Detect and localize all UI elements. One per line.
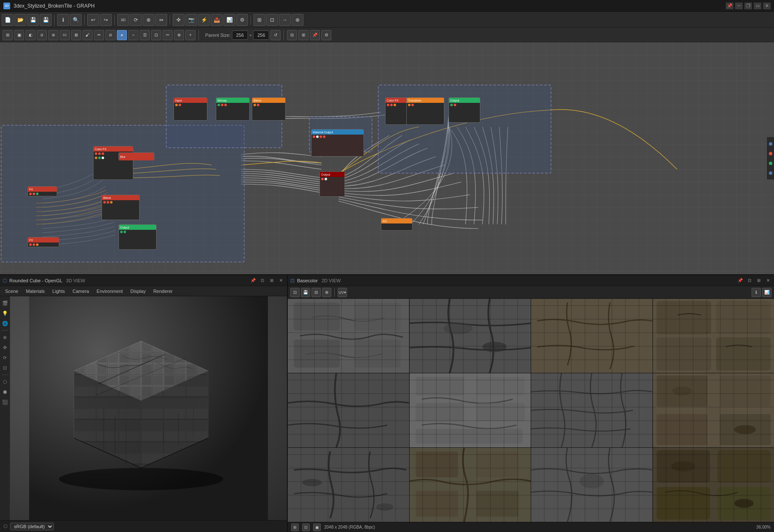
grid-button[interactable]: ⊞ (3, 30, 13, 40)
menu-scene[interactable]: Scene (2, 287, 22, 296)
search-button[interactable]: 🔍 (70, 14, 82, 26)
title-bar-controls[interactable]: 📌 ─ ❐ ▭ ✕ (726, 3, 771, 9)
node-cluster-left-3[interactable]: Output (118, 224, 157, 250)
alpha-button[interactable]: α (37, 30, 47, 40)
menu-lights[interactable]: Lights (49, 287, 68, 296)
transform2-button[interactable]: ⊛ (48, 30, 58, 40)
view3d-max[interactable]: ⊞ (268, 277, 275, 284)
v2d-stats-btn[interactable]: 📊 (762, 288, 771, 297)
width-input[interactable] (232, 30, 248, 40)
node2-button[interactable]: ○ (128, 30, 138, 40)
node-cluster-left-2[interactable]: Blend (102, 195, 140, 220)
v3d-light-btn[interactable]: 💡 (1, 309, 9, 317)
select-button[interactable]: ▣ (14, 30, 24, 40)
render-button[interactable]: ⚡ (198, 14, 210, 26)
cursor-tool[interactable]: ✜ (173, 14, 185, 26)
layout3-button[interactable]: ⊡ (151, 30, 161, 40)
v3d-solid-btn[interactable]: ⬛ (1, 398, 9, 406)
color-profile-select[interactable]: sRGB (default) Linear Raw (10, 523, 54, 530)
extra2-button[interactable]: ⊞ (298, 30, 308, 40)
v2d-save-btn[interactable]: 💾 (301, 288, 310, 297)
menu-materials[interactable]: Materials (22, 287, 48, 296)
pin-button[interactable]: 📌 (726, 3, 733, 9)
open-button[interactable]: 📂 (14, 14, 26, 26)
close-button[interactable]: ✕ (763, 3, 771, 9)
export-button[interactable]: 📊 (223, 14, 235, 26)
publish-button[interactable]: 📤 (211, 14, 223, 26)
list2-button[interactable]: ☰ (140, 30, 150, 40)
add2-button[interactable]: + (185, 30, 196, 40)
link2-button[interactable]: ⊕ (174, 30, 184, 40)
node-mid-right[interactable]: Material Output (311, 129, 364, 157)
camera-button[interactable]: 📷 (185, 14, 197, 26)
node-link-button[interactable]: ⊡ (266, 14, 278, 26)
view3d-content[interactable]: 🎬 💡 🌐 ⊕ ✜ ⟳ ⊡ ⬡ ⬢ ⬛ (0, 296, 287, 520)
view2d-content[interactable] (288, 299, 774, 522)
view3d-float[interactable]: ⊡ (259, 277, 266, 284)
export2-button[interactable]: → (279, 14, 291, 26)
v2d-tiles-btn[interactable]: ⊞ (291, 524, 299, 531)
v3d-wire-btn[interactable]: ⬢ (1, 388, 9, 396)
node-upper-3[interactable]: Blend (252, 97, 286, 121)
menu-environment[interactable]: Environment (93, 287, 126, 296)
menu-renderer[interactable]: Renderer (150, 287, 176, 296)
v2d-channels[interactable]: ▣ (313, 524, 321, 531)
v3d-env-btn[interactable]: 🌐 (1, 319, 9, 328)
minimize-button[interactable]: ─ (735, 3, 743, 9)
dot-button[interactable]: ● (117, 30, 127, 40)
rotate-button[interactable]: ⟳ (130, 14, 142, 26)
node-1[interactable]: FX (28, 186, 57, 196)
restore-button[interactable]: ❐ (744, 3, 752, 9)
extra3-button[interactable]: 📌 (310, 30, 320, 40)
v3d-move-btn[interactable]: ✜ (1, 343, 9, 352)
transform-button[interactable]: ⊕ (143, 14, 154, 26)
view3d-pin[interactable]: 📌 (250, 277, 256, 284)
view2d-pin[interactable]: 📌 (737, 277, 744, 284)
layout-button[interactable]: ⊞ (253, 14, 265, 26)
extra1-button[interactable]: ⊟ (287, 30, 297, 40)
mirror-button[interactable]: ⇔ (155, 14, 167, 26)
maximize-button[interactable]: ▭ (754, 3, 761, 9)
node-rr4[interactable]: Output (449, 97, 480, 123)
info-button[interactable]: ℹ (57, 14, 69, 26)
view2d-close[interactable]: ✕ (765, 277, 771, 284)
v2d-zoom-fit[interactable]: ⊡ (302, 524, 310, 531)
num-button[interactable]: 01 (60, 30, 70, 40)
v2d-fit-btn[interactable]: ⊡ (290, 288, 300, 297)
v3d-mesh-btn[interactable]: ⬡ (1, 378, 9, 386)
extra4-button[interactable]: ⚙ (321, 30, 331, 40)
undo-button[interactable]: ↩ (87, 14, 99, 26)
3d-view-button[interactable]: 3D (117, 14, 129, 26)
select2-button[interactable]: ⊠ (71, 30, 81, 40)
save-as-button[interactable]: 💾 (40, 14, 52, 26)
v2d-paste-btn[interactable]: ⊕ (322, 288, 331, 297)
menu-display[interactable]: Display (127, 287, 149, 296)
view2d-max[interactable]: ⊞ (755, 277, 762, 284)
view2d-float[interactable]: ⊡ (746, 277, 753, 284)
clip-button[interactable]: ✂ (163, 30, 173, 40)
reset-size-button[interactable]: ↺ (270, 30, 281, 40)
brush-button[interactable]: ✏ (94, 30, 104, 40)
eraser-button[interactable]: ⊘ (105, 30, 116, 40)
minimap-panel[interactable] (766, 137, 774, 179)
node-center[interactable]: Output (320, 171, 345, 197)
v2d-uv-btn[interactable]: UV▾ (338, 288, 347, 297)
v3d-camera-btn[interactable]: 🎬 (1, 299, 9, 307)
node-cluster-left[interactable]: Color FX (93, 146, 133, 180)
mode-button[interactable]: ◐ (25, 30, 36, 40)
height-input[interactable] (253, 30, 269, 40)
graph-canvas[interactable]: FX FX (0, 42, 774, 274)
v3d-scale-btn[interactable]: ⊡ (1, 364, 9, 372)
node-br4[interactable]: AO (381, 218, 413, 231)
v3d-select-btn[interactable]: ⊕ (1, 333, 9, 342)
import2-button[interactable]: ⊕ (292, 14, 303, 26)
node-2[interactable]: FX (28, 237, 59, 247)
v2d-info-btn[interactable]: ℹ (752, 288, 761, 297)
graph-panel[interactable]: FX FX (0, 42, 774, 275)
v2d-copy-btn[interactable]: ⊟ (311, 288, 321, 297)
settings-button[interactable]: ⚙ (236, 14, 248, 26)
redo-button[interactable]: ↪ (100, 14, 112, 26)
node-upper-1[interactable]: Input (174, 97, 207, 121)
menu-camera[interactable]: Camera (69, 287, 92, 296)
node-upper-2[interactable]: Bitmap (216, 97, 250, 121)
